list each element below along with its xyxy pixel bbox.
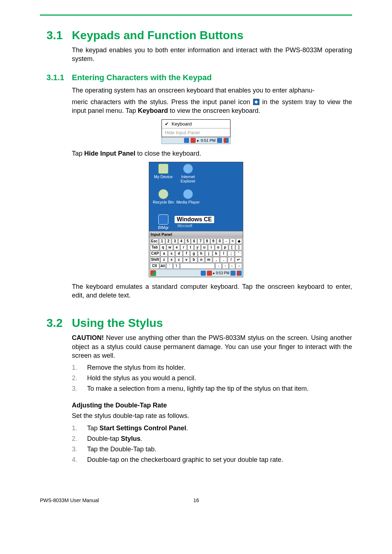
sip-key: h	[198, 251, 205, 257]
section-3-2-caution: CAUTION! Never use anything other than t…	[72, 333, 352, 360]
sip-key: =	[230, 238, 236, 244]
ie-icon	[183, 164, 193, 174]
heading-title: Entering Characters with the Keypad	[72, 73, 212, 82]
text-bold: Start Settings Control Panel	[99, 424, 186, 432]
heading-3-2: 3.2 Using the Stylus	[46, 316, 352, 330]
sip-key: `	[166, 263, 173, 269]
list-item: 4.Double-tap on the checkerboard graphic…	[72, 455, 352, 465]
desktop-tray-icon	[224, 138, 229, 143]
sip-key: j	[205, 251, 212, 257]
menu-item-keyboard: ✔ Keyboard	[162, 120, 230, 128]
sip-key: Ctl	[150, 263, 159, 269]
menu-item-hide-input-panel: Hide Input Panel	[162, 128, 230, 137]
text: .	[186, 424, 188, 432]
sip-key: g	[190, 251, 197, 257]
heading-num: 3.1.1	[46, 73, 72, 82]
list-number: 3.	[72, 444, 87, 454]
sip-key: 0	[217, 238, 223, 244]
desktop-tray-icon	[237, 271, 242, 276]
subintro: Set the stylus double-tap rate as follow…	[72, 411, 352, 420]
list-item: 3.Tap the Double-Tap tab.	[72, 444, 352, 454]
text-bold: Keyboard	[138, 107, 168, 114]
sip-key: 4	[178, 238, 184, 244]
icon-label: BtMgr	[151, 225, 175, 230]
heading-title: Using the Stylus	[72, 316, 163, 330]
sip-key: p	[222, 245, 228, 250]
footer-title: PWS-8033M User Manual	[40, 497, 99, 503]
sip-key: Esc	[150, 238, 159, 244]
sip-key: '	[235, 251, 242, 257]
text: Double-tap on the checkerboard graphic t…	[87, 456, 283, 463]
media-icon	[183, 189, 193, 199]
sip-key: ,	[213, 257, 220, 263]
heading-title: Keypads and Function Buttons	[72, 29, 244, 42]
sip-key: i	[208, 245, 215, 250]
sip-key: .	[220, 257, 227, 263]
sip-key: w	[167, 245, 173, 250]
double-tap-steps-list: 1.Tap Start Settings Control Panel.2.Dou…	[72, 423, 352, 465]
list-text: Tap the Double-Tap tab.	[87, 444, 156, 454]
text: Tap the Double-Tap tab.	[87, 446, 156, 453]
sip-key: →	[236, 263, 242, 269]
list-text: Double-tap on the checkerboard graphic t…	[87, 455, 283, 465]
input-panel-tray-icon	[230, 271, 236, 276]
list-number: 1.	[72, 363, 87, 373]
section-3-1-1-p2: Tap Hide Input Panel to close the keyboa…	[72, 149, 352, 158]
list-number: 2.	[72, 373, 87, 383]
text: .	[140, 435, 142, 442]
tray-clock: 9:53 PM	[216, 271, 229, 275]
checkmark-icon: ✔	[165, 121, 169, 127]
list-text: To make a selection from a menu, lightly…	[87, 384, 309, 394]
sip-key: CAP	[150, 251, 160, 257]
desktop-icon-recycle-bin: Recycle Bin	[151, 189, 175, 204]
subheading-double-tap: Adjusting the Double-Tap Rate	[72, 402, 352, 409]
text: Tap	[87, 424, 99, 432]
sip-key: x	[168, 257, 175, 263]
list-number: 1.	[72, 423, 87, 433]
sip-key: u	[201, 245, 208, 250]
list-text: Remove the stylus from its holder.	[87, 363, 185, 373]
sip-key: ]	[236, 245, 242, 250]
sip-key: z	[160, 257, 168, 263]
sip-row-5: Ctláü`\↓↑←→	[150, 263, 242, 269]
list-item: 2.Double-tap Stylus.	[72, 434, 352, 444]
tray-clock: 9:51 PM	[201, 138, 216, 143]
sip-key: t	[187, 245, 194, 250]
list-number: 3.	[72, 384, 87, 394]
sip-key: ◆	[236, 238, 242, 244]
text: Double-tap	[87, 435, 121, 442]
sip-key: a	[160, 251, 168, 257]
list-text: Double-tap Stylus.	[87, 434, 142, 444]
text-bold: Stylus	[121, 435, 140, 442]
list-item: 3.To make a selection from a menu, light…	[72, 384, 352, 394]
sip-key: v	[183, 257, 190, 263]
input-panel-titlebar: Input Panel	[149, 231, 243, 238]
sip-key: -	[223, 238, 229, 244]
sip-key: 8	[204, 238, 210, 244]
sip-key: ↑	[222, 263, 229, 269]
list-text: Hold the stylus as you would a pencil.	[87, 373, 196, 383]
windows-ce-sub: Microsoft	[177, 224, 192, 228]
tray-icon	[207, 271, 212, 276]
sip-key: k	[213, 251, 220, 257]
menu-label: Keyboard	[172, 121, 192, 127]
figure-input-panel-menu: ✔ Keyboard Hide Input Panel ▸ 9:51 PM	[162, 119, 230, 144]
footer-page-number: 16	[193, 497, 199, 503]
section-3-1-1-p1b: meric characters with the stylus. Press …	[72, 98, 352, 115]
input-panel-icon	[253, 99, 260, 105]
section-3-1-intro: The keypad enables you to both enter inf…	[72, 46, 352, 63]
sip-key: c	[175, 257, 183, 263]
heading-3-1: 3.1 Keypads and Function Buttons	[46, 29, 352, 42]
icon-label: Media Player	[176, 200, 200, 204]
sip-key: Shift	[150, 257, 160, 263]
sip-key: 7	[197, 238, 204, 244]
tray-arrow-icon: ▸	[213, 271, 215, 275]
heading-3-1-1: 3.1.1 Entering Characters with the Keypa…	[46, 73, 352, 82]
desktop-icon-media-player: Media Player	[176, 189, 200, 204]
section-3-1-1-p1a: The operating system has an onscreen key…	[72, 86, 352, 95]
sip-key: y	[194, 245, 201, 250]
figure-onscreen-keyboard: My Device Internet Explorer Recycle Bin …	[149, 162, 243, 277]
desktop-icon-btmgr: BtMgr	[151, 214, 175, 230]
list-item: 1.Remove the stylus from its holder.	[72, 363, 352, 373]
sip-row-2: Tabqwertyuiop[]	[150, 245, 242, 250]
